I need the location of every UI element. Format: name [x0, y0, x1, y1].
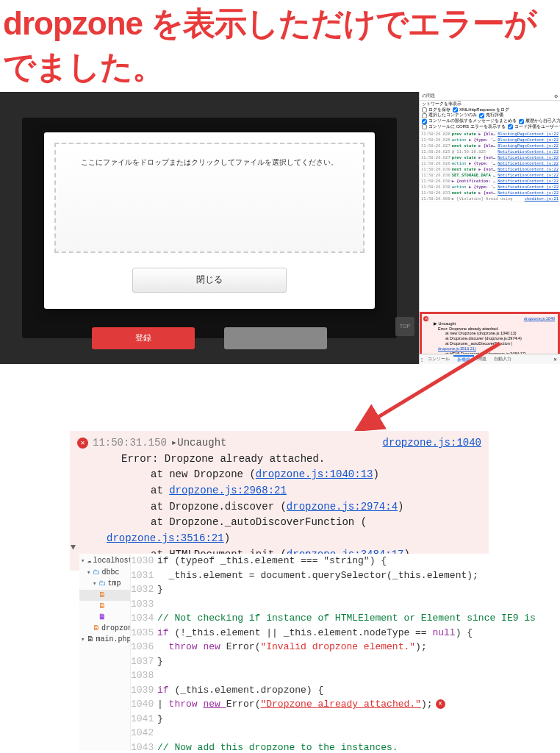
expand-triangle-icon[interactable]: ▾ [71, 540, 76, 552]
err-l0: ▶ Uncaught [425, 321, 555, 326]
line-number: 1034 [131, 611, 153, 626]
tab-new[interactable]: 新機能 [453, 355, 474, 363]
log-entry: 11:50:26.980▶ [Violation] Avoid using ck… [420, 196, 560, 202]
err-zoom-l3b[interactable]: dropzone.js:2968:21 [169, 485, 287, 496]
log-entry: 11:50:26.830 ▶ {notification: false, loc… [420, 179, 560, 185]
err-l5[interactable]: dropzone.js:3516:21) [438, 346, 476, 351]
xhr-checkbox[interactable] [453, 107, 458, 113]
log-entry: 11:50:26.826prev state ▶ {blocking: fals… [420, 132, 560, 138]
cors-label: コンソールに CORS エラーを表示する [428, 124, 506, 130]
group-checkbox[interactable] [422, 119, 427, 124]
issues-label: の問題 [422, 93, 435, 99]
code-line: | throw new Error("Dropzone already atta… [157, 697, 560, 712]
tree-node[interactable]: dbbc [79, 567, 130, 579]
preserve-log-checkbox[interactable] [422, 107, 427, 113]
selected-only-checkbox[interactable] [422, 113, 427, 118]
error-detail-zoom: ✕ 11:50:31.150 ▸Uncaught dropzone.js:104… [70, 431, 489, 571]
log-entry: 11:50:26.827prev state ▶ {notification: … [420, 155, 560, 161]
register-button[interactable]: 登録 [92, 327, 195, 349]
app-window: ここにファイルをドロップまたはクリックしてファイルを選択してください。 閉じる … [0, 92, 419, 364]
close-icon[interactable]: ✕ [553, 357, 560, 362]
code-line [157, 597, 560, 612]
code-line [157, 668, 560, 683]
err-zoom-l6b: ) [224, 532, 230, 544]
code-view[interactable]: if (typeof _this.element === "string") {… [157, 554, 560, 751]
code-line: } [157, 654, 560, 669]
line-number: 1037 [131, 654, 153, 669]
tab-issues[interactable]: 問題 [474, 356, 490, 363]
tab-console[interactable]: コンソール [424, 356, 453, 363]
line-number: 1030 [131, 554, 153, 568]
line-gutter: 1030103110321033103410351036103710381039… [131, 554, 157, 751]
annotation-headline: dropzone を表示しただけでエラーがでました。 [0, 0, 560, 89]
gear-icon[interactable]: ⚙ [554, 93, 558, 99]
line-number: 1041 [131, 712, 153, 727]
line-number: 1043 [131, 740, 153, 754]
log-entry: 11:50:26.825@ 11:50:26.825 NotificationC… [420, 149, 560, 155]
history-label: 履歴から自己入力 [525, 118, 560, 124]
sources-panel: localhostdbbctmpdropzonemain.php 1030103… [79, 554, 560, 751]
error-source-link[interactable]: dropzone.js:1040 [383, 435, 481, 452]
code-line: // Now add this dropzone to the instance… [157, 740, 560, 752]
console-filters: ットワークを非表示 ログを保存 XMLHttpRequests をログ 選択した… [420, 101, 560, 131]
error-source-link[interactable]: dropzone.js:1040 [524, 316, 555, 321]
log-entry: 11:50:26.826action ▶ {type: 'SET_STORAGE… [420, 138, 560, 143]
bottom-buttons: 登録 戻る [92, 327, 327, 349]
code-line: } [157, 582, 560, 597]
line-number: 1035 [131, 626, 153, 640]
user-action-label: コード評価をユーザー アクションとして扱わない [514, 124, 560, 130]
tree-node[interactable]: dropzone [79, 623, 130, 634]
close-button[interactable]: 閉じる [132, 268, 287, 293]
error-marker-icon: ✕ [436, 699, 445, 709]
line-number: 1031 [131, 568, 153, 583]
err-zoom-l5: at Dropzone._autoDiscoverFunction ( [151, 516, 367, 528]
network-hide-label: ットワークを非表示 [422, 101, 462, 107]
err-zoom-l4b[interactable]: dropzone.js:2974:4 [287, 501, 398, 513]
upload-dialog: ここにファイルをドロップまたはクリックしてファイルを選択してください。 閉じる [44, 132, 375, 309]
tree-node[interactable] [79, 590, 130, 601]
tree-node[interactable]: localhost [79, 555, 130, 567]
err-l3: at Dropzone.discover (dropzone.js:2974:4… [425, 336, 555, 341]
tree-node[interactable]: tmp [79, 578, 130, 590]
preserve-log-label: ログを保存 [428, 107, 450, 113]
user-action-checkbox[interactable] [508, 124, 513, 129]
error-icon: ✕ [77, 438, 88, 449]
line-number: 1042 [131, 726, 153, 740]
file-tree[interactable]: localhostdbbctmpdropzonemain.php [79, 554, 131, 751]
code-line: throw new Error("Invalid dropzone elemen… [157, 640, 560, 654]
err-zoom-l2b[interactable]: dropzone.js:1040:13 [256, 468, 373, 480]
tree-node[interactable] [79, 601, 130, 612]
code-line [157, 726, 560, 740]
dropzone-area[interactable]: ここにファイルをドロップまたはクリックしてファイルを選択してください。 [54, 143, 365, 253]
err-zoom-l4a: at Dropzone.discover ( [151, 501, 287, 513]
code-line: } [157, 712, 560, 727]
console-log[interactable]: 11:50:26.826prev state ▶ {blocking: fals… [420, 131, 560, 312]
log-entry: 11:50:26.827next state ▶ {blocking: fals… [420, 143, 560, 149]
cors-checkbox[interactable] [422, 124, 427, 129]
err-zoom-l4c: ) [398, 501, 403, 513]
log-entry: 11:50:26.833next state ▶ {notification: … [420, 190, 560, 196]
early-eval-checkbox[interactable] [479, 113, 484, 118]
app-screenshot: ここにファイルをドロップまたはクリックしてファイルを選択してください。 閉じる … [0, 92, 560, 364]
line-number: 1038 [131, 668, 153, 683]
tab-autofill[interactable]: 自動入力 [490, 356, 515, 363]
log-entry: 11:50:26.830next state ▶ {notification: … [420, 167, 560, 173]
scroll-top-button[interactable]: TOP [395, 317, 414, 336]
log-entry: 11:50:26.830action ▶ {type: 'SET_STORAGE… [420, 185, 560, 190]
line-number: 1039 [131, 683, 153, 698]
err-zoom-l6a[interactable]: dropzone.js:3516:21 [107, 532, 224, 544]
err-l2: at new Dropzone (dropzone.js:1040:13) [425, 331, 555, 336]
history-checkbox[interactable] [519, 119, 524, 124]
err-zoom-l3a: at [151, 485, 169, 496]
back-button[interactable]: 戻る [224, 327, 327, 349]
line-number: 1040 [131, 697, 153, 712]
selected-only-label: 選択したコンテンツのみ [428, 113, 477, 118]
code-line: // Not checking if instance of HTMLEleme… [157, 611, 560, 626]
devtools-toolbar: の問題 ⚙ [420, 92, 560, 101]
tree-node[interactable]: main.php [79, 634, 130, 646]
tree-node[interactable] [79, 612, 130, 623]
error-timestamp: 11:50:31.150 [93, 435, 167, 452]
error-icon: ✕ [423, 316, 428, 321]
code-line: _this.element = document.querySelector(_… [157, 568, 560, 583]
log-entry: 11:50:26.830SET_STORAGE_DATA @ 11:50:26.… [420, 173, 560, 179]
